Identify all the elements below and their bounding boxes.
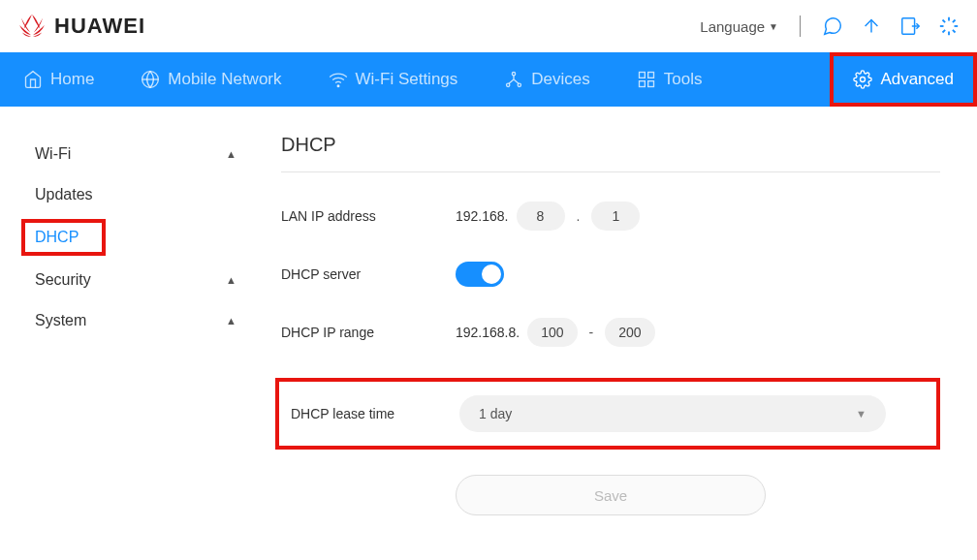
sidebar-item-system[interactable]: System ▲	[0, 300, 271, 341]
dhcp-range-prefix: 192.168.8.	[456, 325, 520, 340]
nav-devices[interactable]: Devices	[481, 52, 613, 107]
svg-rect-17	[647, 81, 653, 87]
lan-ip-label: LAN IP address	[281, 208, 456, 224]
lease-time-value: 1 day	[479, 406, 512, 421]
dhcp-server-label: DHCP server	[281, 266, 456, 282]
sidebar-item-dhcp[interactable]: DHCP	[21, 219, 106, 256]
nav-mobile-network-label: Mobile Network	[168, 70, 281, 89]
svg-line-7	[943, 30, 946, 33]
chevron-up-icon: ▲	[226, 274, 236, 286]
home-icon	[23, 70, 43, 89]
devices-icon	[504, 70, 523, 89]
sidebar-item-security[interactable]: Security ▲	[0, 260, 271, 300]
lease-time-label: DHCP lease time	[285, 406, 459, 421]
divider	[800, 16, 801, 37]
logout-icon[interactable]	[899, 16, 921, 37]
nav-tools-label: Tools	[664, 70, 703, 89]
header-actions: Language ▼	[700, 16, 960, 37]
nav-home-label: Home	[50, 70, 94, 89]
wifi-icon	[329, 70, 348, 89]
upload-icon[interactable]	[861, 16, 882, 37]
sidebar-item-wifi[interactable]: Wi-Fi ▲	[0, 134, 271, 174]
row-dhcp-range: DHCP IP range 192.168.8. 100 - 200	[281, 318, 940, 347]
svg-line-8	[953, 20, 956, 23]
sidebar: Wi-Fi ▲ Updates DHCP Security ▲ System ▲	[0, 107, 271, 544]
sidebar-item-label: System	[35, 312, 86, 329]
language-selector[interactable]: Language ▼	[700, 18, 778, 35]
lease-time-select[interactable]: 1 day ▼	[459, 395, 886, 432]
sidebar-item-updates[interactable]: Updates	[0, 174, 271, 215]
main-area: Wi-Fi ▲ Updates DHCP Security ▲ System ▲…	[0, 107, 977, 544]
nav-devices-label: Devices	[531, 70, 589, 89]
dhcp-range-end-input[interactable]: 200	[605, 318, 654, 347]
top-navigation: Home Mobile Network Wi-Fi Settings Devic…	[0, 52, 977, 107]
dot: .	[573, 208, 584, 224]
gear-icon	[853, 70, 872, 89]
nav-mobile-network[interactable]: Mobile Network	[117, 52, 304, 107]
svg-point-13	[507, 83, 510, 86]
sidebar-item-label: Wi-Fi	[35, 145, 71, 163]
save-button[interactable]: Save	[456, 475, 766, 515]
svg-point-14	[518, 83, 520, 86]
toggle-knob	[482, 264, 501, 284]
svg-rect-15	[639, 73, 645, 78]
nav-tools[interactable]: Tools	[614, 52, 726, 107]
sidebar-item-label: Updates	[35, 186, 93, 203]
sidebar-item-label: DHCP	[35, 229, 79, 245]
caret-down-icon: ▼	[769, 21, 778, 32]
lan-ip-octet4-input[interactable]: 1	[591, 202, 640, 231]
language-label: Language	[700, 18, 765, 35]
svg-point-19	[861, 78, 866, 82]
lan-ip-octet3-input[interactable]: 8	[517, 202, 565, 231]
page-title: DHCP	[281, 134, 940, 172]
svg-line-4	[953, 30, 956, 33]
svg-line-3	[943, 20, 946, 23]
svg-point-11	[337, 85, 339, 87]
svg-point-12	[513, 73, 516, 76]
nav-wifi-settings-label: Wi-Fi Settings	[356, 70, 458, 89]
tools-icon	[637, 70, 656, 89]
chevron-up-icon: ▲	[226, 315, 236, 327]
dash: -	[585, 325, 598, 340]
dhcp-range-start-input[interactable]: 100	[527, 318, 577, 347]
header: HUAWEI Language ▼	[0, 0, 977, 52]
nav-home[interactable]: Home	[0, 52, 117, 107]
nav-advanced[interactable]: Advanced	[830, 52, 977, 107]
svg-rect-16	[647, 73, 653, 78]
sidebar-item-label: Security	[35, 271, 91, 289]
chevron-up-icon: ▲	[226, 148, 236, 160]
svg-rect-18	[639, 81, 645, 87]
content: DHCP LAN IP address 192.168. 8 . 1 DHCP …	[271, 107, 977, 544]
globe-icon	[141, 70, 160, 89]
chat-icon[interactable]	[822, 16, 843, 37]
row-lan-ip: LAN IP address 192.168. 8 . 1	[281, 202, 940, 231]
nav-advanced-label: Advanced	[880, 70, 954, 89]
chevron-down-icon: ▼	[856, 408, 867, 420]
dhcp-range-label: DHCP IP range	[281, 325, 456, 340]
row-dhcp-server: DHCP server	[281, 262, 940, 287]
dhcp-server-toggle[interactable]	[456, 262, 504, 287]
brand-name: HUAWEI	[54, 14, 145, 39]
row-lease-time-highlight: DHCP lease time 1 day ▼	[275, 378, 940, 450]
nav-wifi-settings[interactable]: Wi-Fi Settings	[305, 52, 482, 107]
lan-ip-prefix: 192.168.	[456, 208, 509, 224]
brand-logo: HUAWEI	[17, 13, 145, 41]
huawei-logo-icon	[17, 13, 47, 41]
loading-icon	[938, 16, 960, 37]
